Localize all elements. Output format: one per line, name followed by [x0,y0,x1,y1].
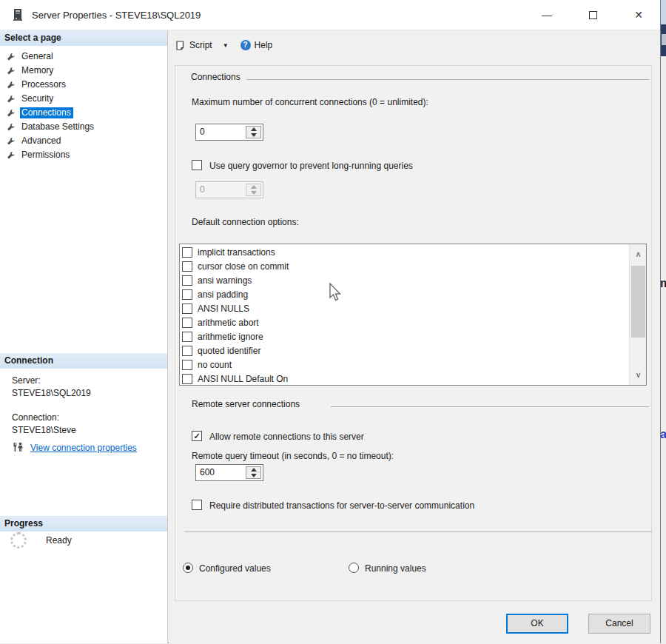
remote-timeout-spinner[interactable]: 600 [195,464,263,481]
wrench-icon [7,81,16,90]
listbox-scrollbar[interactable]: ∧ ∨ [629,244,646,385]
running-values-radio[interactable] [349,563,359,573]
option-label: ansi padding [198,289,248,300]
sidebar-page-item[interactable]: General [0,50,167,64]
option-row[interactable]: no count [180,358,646,372]
view-connection-properties-link[interactable]: View connection properties [30,443,137,453]
query-governor-checkbox[interactable] [192,160,202,170]
window-title: Server Properties - STEVE18\SQL2019 [32,10,201,21]
connection-properties-icon [12,442,24,453]
script-button[interactable]: Script [189,40,212,50]
default-options-label: Default connection options: [192,217,299,227]
remote-timeout-value: 600 [196,465,244,480]
close-button[interactable]: ✕ [622,0,656,30]
sidebar-page-item[interactable]: Security [0,92,167,106]
option-label: ANSI NULLS [198,303,249,314]
wrench-icon [7,123,16,132]
spin-down-icon [251,133,257,137]
option-row[interactable]: ANSI NULL Default On [180,372,646,386]
sidebar-page-item[interactable]: Advanced [0,134,167,148]
option-row[interactable]: quoted identifier [180,344,646,358]
script-dropdown-icon[interactable]: ▼ [223,42,229,49]
option-checkbox[interactable] [182,346,192,356]
minimize-button[interactable]: — [530,0,564,30]
server-icon [13,9,23,21]
option-checkbox[interactable] [182,275,192,286]
option-label: ansi warnings [198,275,252,286]
max-connections-spinner[interactable]: 0 [195,124,263,141]
sidebar-page-item[interactable]: Connections [0,106,167,120]
option-row[interactable]: ansi padding [180,288,646,302]
view-connection-properties-row: View connection properties [12,442,137,453]
sidebar-page-label: Database Settings [20,121,96,133]
group-divider [331,406,649,407]
sidebar-page-label: Processors [20,79,68,90]
maximize-button[interactable] [576,0,610,30]
option-row[interactable]: ANSI NULLS [180,302,646,316]
scroll-down-button[interactable]: ∨ [630,365,647,385]
option-checkbox[interactable] [182,332,192,342]
maximize-icon [589,11,597,19]
main-panel: Script ▼ ? Help Connections Maximum numb… [169,30,660,643]
page-tree: General Memory Processors [0,50,167,162]
option-row[interactable]: cursor close on commit [180,260,646,274]
wrench-icon [7,95,16,104]
spin-up-button[interactable] [246,467,260,473]
option-checkbox[interactable] [182,318,192,328]
spin-up-button [246,184,260,190]
spinner-buttons [246,126,261,138]
require-dtc-checkbox[interactable] [192,500,202,510]
spin-down-icon [251,474,257,477]
option-checkbox[interactable] [182,247,192,258]
server-value: STEVE18\SQL2019 [12,388,91,398]
query-governor-spinner: 0 [195,181,263,198]
spin-down-button[interactable] [246,133,260,138]
ok-button[interactable]: OK [506,614,568,634]
option-row[interactable]: ansi warnings [180,274,646,288]
query-governor-value: 0 [196,182,244,198]
help-button[interactable]: Help [255,40,273,50]
spin-down-button[interactable] [246,473,260,479]
spin-up-icon [251,468,257,472]
spinner-buttons [246,466,261,479]
option-label: cursor close on commit [198,261,289,272]
select-a-page-header: Select a page [0,30,167,46]
option-checkbox[interactable] [182,261,192,272]
sidebar-page-label: General [20,51,56,62]
option-row[interactable]: implicit transactions [180,246,646,260]
sidebar-page-label: Advanced [20,135,63,147]
query-governor-label: Use query governor to prevent long-runni… [209,161,413,171]
spin-up-icon [251,127,257,131]
wrench-icon [7,151,16,160]
option-checkbox[interactable] [182,289,192,300]
remote-group-label: Remote server connections [192,399,300,409]
option-row[interactable]: arithmetic ignore [180,330,646,344]
cancel-button[interactable]: Cancel [588,614,650,634]
default-options-listbox[interactable]: implicit transactions cursor close on co… [179,244,647,386]
running-values-label: Running values [365,563,426,574]
options-list: implicit transactions cursor close on co… [180,244,646,386]
option-checkbox[interactable] [182,360,192,370]
background-text-fragment: a [660,428,666,441]
max-connections-value: 0 [196,124,244,140]
section-divider [184,531,652,532]
option-row[interactable]: arithmetic abort [180,316,646,330]
wrench-icon [7,67,16,76]
connection-section-header: Connection [0,353,167,369]
help-icon: ? [240,40,251,50]
max-connections-label: Maximum number of concurrent connections… [192,97,428,107]
scroll-up-button[interactable]: ∧ [630,244,647,264]
progress-section-header: Progress [0,516,167,531]
sidebar-page-item[interactable]: Permissions [0,148,167,162]
sidebar-page-item[interactable]: Database Settings [0,120,167,134]
spin-up-button[interactable] [246,127,260,133]
option-checkbox[interactable] [182,303,192,314]
option-checkbox[interactable] [182,374,192,384]
sidebar-page-item[interactable]: Processors [0,78,167,92]
allow-remote-checkbox[interactable]: ✓ [192,431,202,441]
sidebar-page-label: Security [20,93,56,104]
sidebar-page-item[interactable]: Memory [0,64,167,78]
sidebar: Select a page General Memory [0,30,168,643]
configured-values-radio[interactable] [183,563,193,573]
scrollbar-thumb[interactable] [631,266,645,338]
